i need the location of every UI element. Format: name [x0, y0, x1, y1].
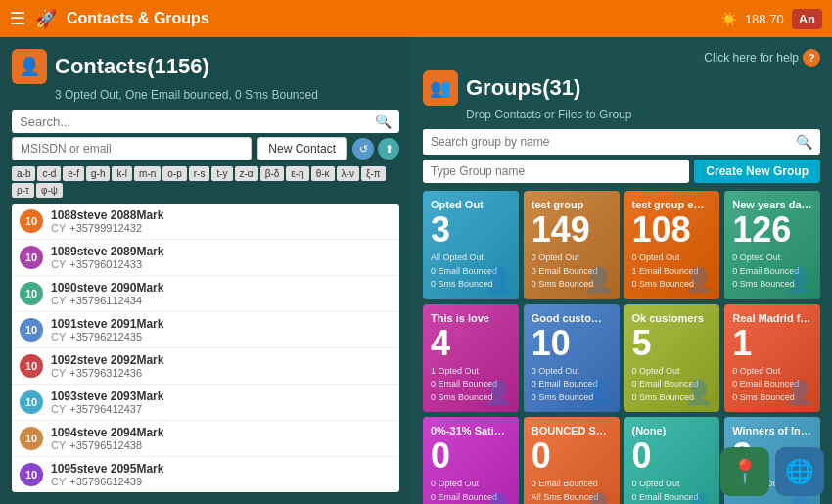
contact-info: 1091steve 2091Mark CY+35796212435 — [51, 317, 392, 343]
contact-number: CY+35799912432 — [51, 222, 392, 234]
group-card[interactable]: Ok customers 5 0 Opted Out0 Email Bounce… — [624, 304, 720, 413]
group-card-count: 0 — [632, 438, 713, 474]
refresh-icon-button[interactable]: ↺ — [352, 138, 374, 160]
alpha-filter-btn[interactable]: g-h — [86, 166, 110, 181]
group-card-count: 0 — [532, 438, 612, 474]
group-card[interactable]: Real Madrid fans 1 0 Opted Out0 Email Bo… — [724, 304, 820, 413]
contact-list-item[interactable]: 10 1093steve 2093Mark CY+35796412437 — [12, 385, 399, 421]
contact-list-item[interactable]: 10 1091steve 2091Mark CY+35796212435 — [12, 312, 399, 348]
alpha-filter-btn[interactable]: o-p — [162, 166, 186, 181]
contact-number: CY+35796512438 — [51, 439, 392, 451]
contact-flag: CY — [51, 439, 66, 451]
menu-icon[interactable]: ☰ — [10, 8, 25, 29]
alpha-filter-btn[interactable]: λ-ν — [337, 166, 359, 181]
contact-info: 1090steve 2090Mark CY+35796112434 — [51, 281, 392, 306]
group-card-person-icon: 👤 — [584, 379, 614, 406]
alpha-filter-btn[interactable]: ξ-π — [361, 166, 386, 181]
contact-badge: 10 — [20, 209, 43, 233]
contacts-list: 10 1088steve 2088Mark CY+35799912432 10 … — [12, 204, 399, 492]
header-right: ☀️ 188.70 An — [720, 9, 822, 29]
alpha-filter-btn[interactable]: m-n — [134, 166, 161, 181]
group-name-input[interactable] — [423, 160, 689, 183]
contact-name: 1090steve 2090Mark — [51, 281, 392, 295]
groups-search-input[interactable] — [423, 129, 788, 155]
group-card-count: 5 — [632, 326, 713, 361]
group-card[interactable]: Good customers 10 0 Opted Out0 Email Bou… — [524, 304, 620, 413]
map-icon-button[interactable]: 📍 — [720, 447, 769, 496]
group-card-person-icon: 👤 — [785, 379, 814, 406]
msisdn-input[interactable] — [12, 137, 252, 160]
contact-badge: 10 — [20, 463, 43, 486]
group-card-title: Good customers — [532, 312, 612, 324]
contact-number: CY+35796212435 — [51, 331, 392, 343]
group-card[interactable]: 0%-31% Satisfac... 0 0 Opted Out0 Email … — [423, 417, 519, 504]
group-card-count: 126 — [732, 212, 812, 248]
contact-badge: 10 — [20, 390, 43, 414]
group-card-person-icon: 👤 — [484, 492, 513, 505]
contact-flag: CY — [51, 476, 66, 487]
alpha-filter-btn[interactable]: z-α — [235, 166, 258, 181]
contact-list-item[interactable]: 10 1094steve 2094Mark CY+35796512438 — [12, 421, 399, 457]
alpha-filter-btn[interactable]: r-s — [189, 166, 210, 181]
group-card[interactable]: test group 149 0 Opted Out0 Email Bounce… — [524, 191, 620, 299]
new-contact-button[interactable]: New Contact — [257, 137, 347, 160]
contact-list-item[interactable]: 10 1090steve 2090Mark CY+35796112434 — [12, 276, 399, 312]
contact-flag: CY — [51, 222, 66, 234]
group-card-count: 3 — [431, 212, 511, 248]
alphabet-filter-row: a-bc-de-fg-hk-lm-no-pr-st-yz-αβ-δε-ηθ-κλ… — [12, 166, 399, 198]
contact-list-item[interactable]: 10 1095steve 2095Mark CY+35796612439 — [12, 457, 399, 492]
contact-list-item[interactable]: 10 1092steve 2092Mark CY+35796312436 — [12, 348, 399, 385]
alpha-filter-btn[interactable]: k-l — [112, 166, 132, 181]
contacts-panel: 👤 Contacts(1156) 3 Opted Out, One Email … — [0, 37, 411, 504]
avatar-button[interactable]: An — [792, 9, 822, 29]
contact-info: 1094steve 2094Mark CY+35796512438 — [51, 426, 392, 451]
contact-number: CY+35796112434 — [51, 295, 392, 306]
contact-info: 1092steve 2092Mark CY+35796312436 — [51, 353, 392, 379]
alpha-filter-btn[interactable]: c-d — [37, 166, 61, 181]
import-icon-button[interactable]: ⬆ — [378, 138, 399, 160]
group-card-person-icon: 👤 — [684, 266, 714, 294]
alpha-filter-btn[interactable]: e-f — [63, 166, 84, 181]
contact-flag: CY — [51, 331, 66, 343]
group-card-person-icon: 👤 — [785, 266, 814, 294]
contacts-header: 👤 Contacts(1156) — [12, 49, 399, 84]
groups-subtitle: Drop Contacts or Files to Group — [466, 108, 820, 121]
group-card-count: 4 — [431, 326, 511, 361]
groups-header: 👥 Groups(31) — [423, 70, 820, 106]
help-link[interactable]: Click here for help ? — [704, 49, 820, 67]
group-card-count: 108 — [632, 212, 713, 248]
group-card[interactable]: BOUNCED SMS 0 0 Email BouncedAll Sms Bou… — [524, 417, 620, 504]
group-card-count: 149 — [532, 212, 612, 248]
group-card[interactable]: Opted Out 3 All Opted Out0 Email Bounced… — [423, 191, 519, 299]
contact-flag: CY — [51, 367, 66, 379]
alpha-filter-btn[interactable]: θ-κ — [311, 166, 335, 181]
alpha-filter-btn[interactable]: β-δ — [260, 166, 285, 181]
contact-name: 1095steve 2095Mark — [51, 462, 392, 476]
group-card-title: This is love — [431, 312, 511, 324]
web-icon-button[interactable]: 🌐 — [775, 447, 824, 496]
alpha-filter-btn[interactable]: ρ-τ — [12, 183, 34, 198]
groups-title: Groups(31) — [466, 75, 580, 101]
alpha-filter-btn[interactable]: φ-ψ — [36, 183, 63, 198]
group-card[interactable]: (None) 0 0 Opted Out0 Email Bounced0 Sms… — [624, 417, 720, 504]
create-group-button[interactable]: Create New Group — [694, 160, 820, 183]
alpha-filter-btn[interactable]: ε-η — [286, 166, 308, 181]
alpha-filter-btn[interactable]: a-b — [12, 166, 35, 181]
group-card-person-icon: 👤 — [684, 492, 714, 505]
alpha-filter-btn[interactable]: t-y — [211, 166, 232, 181]
group-card[interactable]: This is love 4 1 Opted Out0 Email Bounce… — [423, 304, 519, 413]
group-card[interactable]: test group email 108 0 Opted Out1 Email … — [624, 191, 720, 299]
contacts-search-input[interactable] — [20, 115, 375, 129]
groups-icon: 👥 — [423, 70, 458, 106]
contact-list-item[interactable]: 10 1088steve 2088Mark CY+35799912432 — [12, 204, 399, 240]
weather-icon: ☀️ — [720, 11, 737, 26]
contacts-icon: 👤 — [12, 49, 47, 84]
group-card[interactable]: New years day o... 126 0 Opted Out0 Emai… — [724, 191, 820, 299]
group-card-count: 0 — [431, 438, 511, 474]
contacts-subtitle: 3 Opted Out, One Email bounced, 0 Sms Bo… — [55, 88, 399, 102]
help-row: Click here for help ? — [423, 49, 820, 67]
contacts-search-bar[interactable]: 🔍 — [12, 110, 399, 133]
contact-list-item[interactable]: 10 1089steve 2089Mark CY+35796012433 — [12, 240, 399, 276]
contact-flag: CY — [51, 295, 66, 306]
group-card-person-icon: 👤 — [584, 492, 614, 505]
